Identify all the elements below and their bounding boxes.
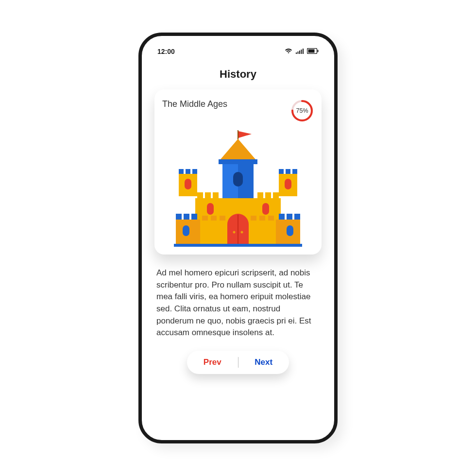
lesson-card[interactable]: The Middle Ages 75%	[154, 89, 322, 255]
svg-point-54	[241, 231, 243, 234]
svg-rect-37	[184, 214, 189, 220]
svg-rect-47	[251, 216, 256, 221]
progress-label: 75%	[296, 107, 308, 114]
card-title: The Middle Ages	[162, 99, 227, 109]
svg-rect-2	[299, 51, 300, 54]
svg-rect-19	[279, 169, 284, 174]
svg-rect-36	[176, 214, 182, 220]
svg-rect-41	[294, 214, 300, 220]
svg-rect-18	[192, 169, 197, 174]
svg-rect-29	[257, 192, 263, 198]
prev-button[interactable]: Prev	[187, 353, 238, 372]
card-header: The Middle Ages 75%	[162, 99, 314, 122]
svg-rect-6	[308, 50, 315, 53]
status-indicators	[285, 48, 319, 55]
svg-rect-48	[259, 216, 265, 221]
castle-icon	[170, 127, 306, 249]
svg-rect-16	[179, 169, 184, 174]
svg-rect-38	[191, 214, 197, 220]
svg-rect-17	[186, 169, 190, 174]
next-button[interactable]: Next	[238, 353, 289, 372]
svg-rect-1	[298, 51, 299, 54]
status-time: 12:00	[157, 48, 175, 55]
nav-pill: Prev Next	[187, 351, 289, 374]
svg-marker-11	[221, 139, 255, 159]
signal-icon	[296, 48, 304, 55]
lesson-body-text: Ad mel homero epicuri scripserit, ad nob…	[156, 267, 320, 339]
progress-ring: 75%	[290, 99, 314, 122]
svg-rect-34	[207, 203, 214, 215]
castle-illustration	[162, 127, 314, 249]
svg-rect-40	[287, 214, 292, 220]
battery-icon	[307, 48, 319, 55]
svg-rect-44	[202, 216, 208, 221]
svg-rect-12	[219, 159, 257, 164]
svg-rect-27	[205, 192, 211, 198]
svg-rect-50	[183, 225, 189, 236]
svg-rect-49	[268, 216, 274, 221]
svg-rect-0	[296, 52, 297, 54]
svg-rect-26	[197, 192, 203, 198]
svg-rect-55	[174, 244, 302, 247]
svg-rect-28	[213, 192, 219, 198]
svg-rect-30	[265, 192, 271, 198]
svg-rect-45	[211, 216, 217, 221]
status-bar: 12:00	[154, 48, 322, 64]
svg-rect-35	[262, 203, 269, 215]
svg-rect-21	[292, 169, 297, 174]
svg-rect-20	[286, 169, 290, 174]
svg-rect-15	[233, 172, 243, 187]
svg-rect-39	[279, 214, 285, 220]
svg-rect-31	[273, 192, 279, 198]
svg-rect-24	[185, 179, 191, 189]
svg-rect-46	[220, 216, 225, 221]
svg-point-53	[233, 231, 236, 234]
svg-rect-25	[285, 179, 291, 189]
wifi-icon	[285, 48, 292, 55]
svg-rect-3	[301, 50, 302, 54]
page-title: History	[154, 68, 322, 81]
phone-frame: 12:00 History The Middle Ages 75%	[138, 33, 338, 443]
svg-rect-7	[318, 50, 319, 52]
svg-rect-4	[303, 49, 304, 54]
svg-rect-51	[287, 225, 293, 236]
